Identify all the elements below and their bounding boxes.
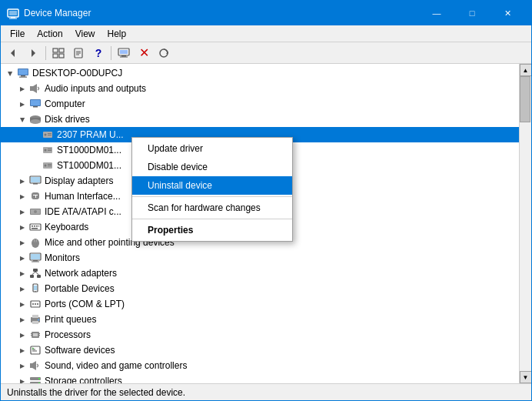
svg-rect-67 [30, 275, 34, 278]
ctx-update-driver[interactable]: Update driver [132, 139, 292, 158]
svg-point-33 [45, 134, 47, 136]
svg-rect-6 [53, 48, 58, 52]
tree-item-software[interactable]: ▶ Software devices [1, 343, 519, 358]
svg-rect-85 [31, 335, 32, 336]
tree-arrow-disk[interactable]: ▶ [19, 113, 26, 125]
toolbar-sep-2 [111, 46, 111, 60]
tree-label-storage: Storage controllers [45, 376, 122, 383]
ports-icon [28, 298, 42, 310]
tree-arrow-monitors[interactable]: ▶ [16, 255, 28, 262]
tree-label-printq: Print queues [45, 314, 96, 325]
svg-rect-24 [30, 86, 33, 91]
uninstall-button[interactable]: ✕ [135, 45, 153, 62]
tree-arrow-display[interactable]: ▶ [16, 178, 28, 185]
ctx-uninstall-device[interactable]: Uninstall device [132, 176, 292, 195]
tree-arrow-ide[interactable]: ▶ [16, 209, 28, 216]
ctx-disable-device[interactable]: Disable device [132, 158, 292, 176]
svg-point-76 [35, 303, 36, 305]
scroll-thumb[interactable] [520, 76, 530, 122]
svg-rect-3 [9, 18, 17, 19]
ctx-properties[interactable]: Properties [132, 221, 292, 239]
tree-label-display: Display adapters [45, 175, 113, 186]
tree-arrow-sound[interactable]: ▶ [16, 363, 28, 369]
ctx-scan-hardware[interactable]: Scan for hardware changes [132, 199, 292, 217]
scroll-track[interactable] [520, 76, 532, 371]
tree-item-disk[interactable]: ▶ Disk drives [1, 112, 519, 127]
tree-label-disk2: ST1000DM01... [57, 145, 121, 155]
svg-rect-87 [39, 335, 40, 336]
svg-point-81 [38, 319, 39, 321]
ctx-sep-2 [132, 219, 292, 219]
computer-button[interactable] [115, 45, 133, 62]
tree-item-network[interactable]: ▶ Network adapters [1, 266, 519, 281]
svg-rect-43 [48, 165, 52, 166]
scan-button[interactable] [155, 45, 173, 62]
minimize-button[interactable]: — [419, 1, 454, 25]
svg-rect-54 [32, 226, 33, 227]
tree-arrow-root[interactable]: ▶ [7, 67, 14, 79]
tree-arrow-ports[interactable]: ▶ [16, 301, 28, 308]
window-icon [7, 7, 19, 19]
svg-rect-66 [33, 269, 38, 272]
tree-item-monitors[interactable]: ▶ Monitors [1, 250, 519, 266]
menu-view[interactable]: View [69, 27, 101, 41]
tree-item-root[interactable]: ▶ DESKTOP-O0DUPCJ [1, 65, 519, 81]
status-bar: Uninstalls the driver for the selected d… [1, 383, 531, 400]
svg-marker-25 [33, 84, 37, 93]
tree-arrow-computer[interactable]: ▶ [16, 101, 28, 108]
tree-item-processors[interactable]: ▶ Processors [1, 327, 519, 343]
properties-button[interactable] [69, 45, 88, 62]
tree-arrow-hid[interactable]: ▶ [16, 193, 28, 200]
svg-rect-35 [48, 135, 52, 135]
menu-action[interactable]: Action [31, 27, 68, 41]
tree-label-computer: Computer [45, 99, 85, 109]
tree-arrow-printq[interactable]: ▶ [16, 316, 28, 323]
tree-arrow-processors[interactable]: ▶ [16, 332, 28, 339]
tree-item-sound[interactable]: ▶ Sound, video and game controllers [1, 358, 519, 373]
tree-arrow-audio[interactable]: ▶ [16, 85, 28, 92]
toolbar-sep-1 [45, 46, 46, 60]
tree-label-audio: Audio inputs and outputs [45, 83, 146, 94]
svg-point-96 [38, 378, 40, 379]
svg-rect-8 [53, 54, 58, 58]
tree-arrow-portable[interactable]: ▶ [16, 286, 28, 292]
tree-label-disk1: 2307 PRAM U... [57, 129, 124, 140]
tree-arrow-mice[interactable]: ▶ [16, 239, 28, 246]
tree-item-storage[interactable]: ▶ Storage controllers [1, 373, 519, 383]
tree-arrow-storage[interactable]: ▶ [16, 378, 28, 384]
menu-help[interactable]: Help [101, 27, 133, 41]
tree-label-network: Network adapters [45, 268, 117, 279]
ctx-sep-1 [132, 196, 292, 197]
maximize-button[interactable]: □ [454, 1, 490, 25]
scroll-up-button[interactable]: ▲ [520, 64, 532, 76]
svg-point-37 [45, 149, 47, 152]
tree-item-computer[interactable]: ▶ Computer [1, 96, 519, 112]
tree-item-ports[interactable]: ▶ Ports (COM & LPT) [1, 296, 519, 312]
tree-item-audio[interactable]: ▶ Audio inputs and outputs [1, 81, 519, 96]
tree-item-portable[interactable]: ▶ Portable Devices [1, 281, 519, 296]
close-button[interactable]: ✕ [490, 1, 525, 25]
forward-button[interactable] [24, 45, 42, 62]
tree-item-printq[interactable]: ▶ Print queues [1, 312, 519, 327]
svg-rect-80 [32, 321, 38, 324]
tree-arrow-software[interactable]: ▶ [16, 347, 28, 354]
tree-arrow-keyboards[interactable]: ▶ [16, 224, 28, 231]
svg-rect-49 [35, 195, 36, 198]
svg-rect-64 [33, 260, 38, 262]
svg-rect-84 [31, 333, 32, 334]
sound-icon [28, 359, 42, 372]
back-button[interactable] [4, 45, 22, 62]
svg-rect-68 [37, 275, 41, 278]
help-button[interactable]: ? [89, 45, 108, 62]
scroll-down-button[interactable]: ▼ [520, 371, 532, 383]
show-hide-button[interactable] [49, 45, 68, 62]
svg-rect-16 [121, 55, 126, 57]
svg-marker-93 [32, 361, 36, 370]
tree-arrow-network[interactable]: ▶ [16, 270, 28, 277]
disk2-icon [41, 144, 55, 156]
ide-icon [28, 206, 42, 218]
scrollbar[interactable]: ▲ ▼ [519, 64, 531, 383]
menu-file[interactable]: File [4, 27, 31, 41]
toolbar: ? ✕ [1, 42, 531, 64]
keyboard-icon [28, 221, 42, 233]
